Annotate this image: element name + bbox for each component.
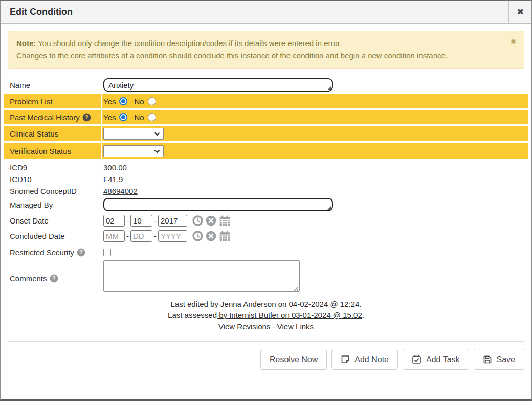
save-button[interactable]: Save: [474, 349, 524, 370]
add-task-button[interactable]: Add Task: [403, 349, 469, 370]
problem-list-no-label: No: [134, 97, 144, 106]
onset-year-input[interactable]: [158, 215, 187, 227]
onset-day-input[interactable]: [130, 215, 152, 227]
action-button-row: Resolve Now Add Note Add Task: [8, 342, 524, 377]
svg-text:?: ?: [52, 275, 56, 281]
name-row: Name: [4, 77, 528, 93]
icd9-label: ICD9: [4, 162, 101, 173]
name-label: Name: [4, 77, 101, 93]
past-medical-history-no-label: No: [134, 113, 144, 122]
problem-list-yes-label: Yes: [103, 97, 116, 106]
help-icon[interactable]: ?: [82, 113, 91, 122]
onset-clear-button[interactable]: [206, 215, 216, 226]
problem-list-label: Problem List: [4, 94, 101, 108]
svg-text:?: ?: [85, 114, 88, 120]
dialog-close-button[interactable]: ✖: [508, 1, 531, 23]
clock-icon: [192, 231, 203, 241]
condition-form: Name Problem List Yes No: [4, 77, 528, 294]
last-assessed-suffix: .: [362, 310, 364, 319]
concluded-year-input[interactable]: [158, 230, 187, 242]
problem-list-row: Problem List Yes No: [4, 94, 528, 108]
restricted-security-row: Restricted Security ?: [4, 246, 528, 258]
clear-icon: [206, 215, 216, 226]
onset-calendar-button[interactable]: [219, 215, 231, 226]
meta-links: View Revisions - View Links: [8, 321, 524, 332]
last-assessed-prefix: Last assessed: [168, 310, 217, 319]
past-medical-history-no-radio[interactable]: [148, 113, 156, 121]
dialog-content: Note: You should only change the conditi…: [1, 24, 531, 377]
task-icon: [412, 354, 422, 364]
save-icon: [483, 355, 492, 364]
note-line-1: Note: You should only change the conditi…: [16, 37, 501, 50]
verification-status-select[interactable]: [103, 145, 164, 157]
resolve-now-button[interactable]: Resolve Now: [260, 349, 327, 370]
managed-by-input[interactable]: [103, 198, 333, 211]
view-links-link[interactable]: View Links: [277, 322, 314, 331]
add-note-label: Add Note: [354, 355, 389, 364]
verification-status-label: Verification Status: [4, 143, 101, 159]
concluded-now-button[interactable]: [192, 231, 203, 241]
note-icon: [341, 355, 350, 364]
name-input[interactable]: [103, 78, 333, 92]
svg-text:?: ?: [79, 249, 83, 255]
concluded-date-row: Concluded Date - -: [4, 229, 528, 243]
icd10-code-link[interactable]: F41.9: [103, 175, 123, 184]
concluded-month-input[interactable]: [103, 230, 125, 242]
last-assessed-text: Last assessed by Internist Butler on 03-…: [8, 309, 524, 320]
dialog-titlebar: Edit Condition ✖: [1, 1, 531, 24]
onset-month-input[interactable]: [103, 215, 125, 227]
audit-info: Last edited by Jenna Anderson on 04-02-2…: [8, 299, 524, 332]
help-icon[interactable]: ?: [50, 274, 58, 283]
icd9-row: ICD9 300.00: [4, 162, 528, 173]
snomed-code-link[interactable]: 48694002: [103, 187, 138, 195]
verification-status-row: Verification Status: [4, 143, 528, 159]
managed-by-row: Managed By: [4, 197, 528, 212]
note-bold-prefix: Note:: [16, 39, 36, 48]
last-assessed-link[interactable]: by Internist Butler on 03-01-2024 @ 15:0…: [217, 310, 362, 319]
clinical-status-label: Clinical Status: [4, 126, 101, 141]
onset-now-button[interactable]: [192, 215, 203, 226]
note-banner: Note: You should only change the conditi…: [8, 31, 524, 69]
clinical-status-select[interactable]: [103, 128, 164, 140]
problem-list-no-radio[interactable]: [148, 97, 156, 105]
past-medical-history-yes-radio[interactable]: [119, 113, 127, 121]
comments-textarea[interactable]: [103, 260, 300, 292]
date-separator: -: [126, 232, 129, 240]
concluded-day-input[interactable]: [130, 230, 152, 242]
concluded-calendar-button[interactable]: [219, 231, 231, 241]
note-line-1-text: You should only change the condition des…: [36, 39, 342, 48]
add-note-button[interactable]: Add Note: [331, 349, 398, 370]
note-dismiss-icon[interactable]: ✖: [511, 38, 516, 45]
edit-condition-dialog: Edit Condition ✖ Note: You should only c…: [0, 0, 532, 401]
view-revisions-link[interactable]: View Revisions: [218, 322, 270, 331]
problem-list-yes-radio[interactable]: [119, 97, 127, 105]
calendar-icon: [219, 215, 231, 226]
chevron-down-icon: [154, 132, 160, 136]
concluded-date-label: Concluded Date: [4, 229, 101, 243]
divider: [8, 377, 524, 377]
onset-date-row: Onset Date - -: [4, 214, 528, 228]
past-medical-history-label: Past Medical History: [10, 113, 80, 122]
date-separator: -: [126, 216, 129, 225]
chevron-down-icon: [154, 149, 160, 153]
dialog-title: Edit Condition: [1, 1, 508, 23]
clear-icon: [206, 231, 216, 241]
restricted-security-label: Restricted Security: [10, 248, 74, 257]
icd9-code-link[interactable]: 300.00: [103, 163, 127, 172]
restricted-security-checkbox[interactable]: [103, 249, 111, 256]
snomed-label: Snomed ConceptID: [4, 185, 101, 197]
clock-icon: [192, 215, 203, 226]
comments-label: Comments: [10, 274, 47, 283]
past-medical-history-row: Past Medical History ? Yes No: [4, 110, 528, 124]
onset-date-label: Onset Date: [4, 214, 101, 228]
snomed-row: Snomed ConceptID 48694002: [4, 185, 528, 197]
close-icon: ✖: [517, 7, 524, 17]
concluded-clear-button[interactable]: [206, 231, 216, 241]
help-icon[interactable]: ?: [77, 248, 85, 257]
managed-by-label: Managed By: [4, 197, 101, 212]
links-separator: -: [270, 322, 277, 331]
note-line-2: Changes to the core attributes of a cond…: [16, 50, 501, 62]
clinical-status-row: Clinical Status: [4, 126, 528, 141]
icd10-label: ICD10: [4, 173, 101, 185]
comments-row: Comments ?: [4, 260, 528, 294]
